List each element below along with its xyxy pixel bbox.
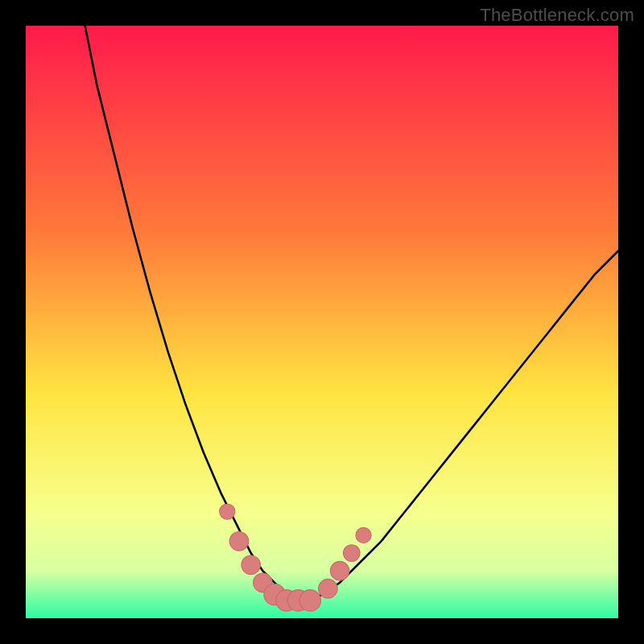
curve-marker	[330, 561, 349, 580]
gradient-background	[26, 26, 618, 618]
watermark-text: TheBottleneck.com	[480, 5, 634, 26]
bottleneck-chart	[26, 26, 618, 618]
plot-area	[26, 26, 618, 618]
curve-marker	[319, 579, 338, 598]
curve-marker	[343, 545, 360, 562]
chart-frame: TheBottleneck.com	[0, 0, 644, 644]
curve-marker	[242, 555, 261, 575]
curve-marker	[220, 504, 235, 519]
curve-marker	[356, 527, 371, 543]
curve-marker	[299, 590, 320, 611]
curve-marker	[229, 532, 249, 551]
